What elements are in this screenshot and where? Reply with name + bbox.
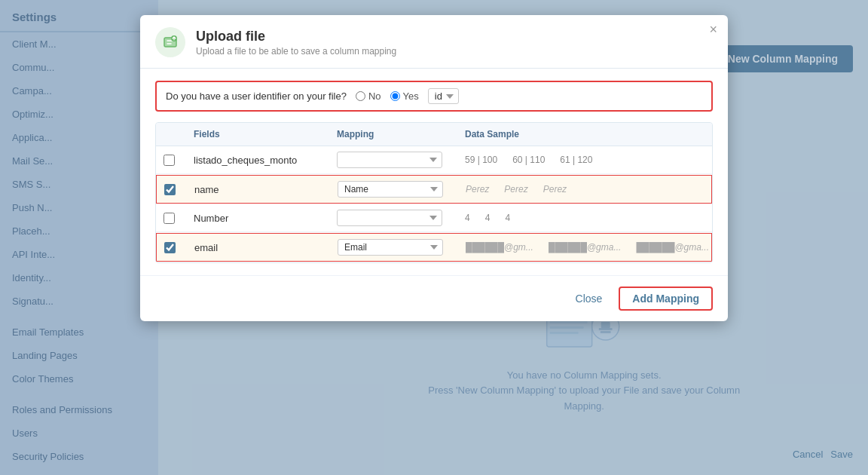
identifier-select[interactable]: id — [428, 88, 459, 104]
table-row: listado_cheques_monto 59 | 100 60 | 110 … — [156, 146, 712, 174]
upload-file-modal: Upload file Upload a file to be able to … — [140, 15, 728, 321]
row4-field: email — [194, 242, 330, 253]
row3-sample2: 4 — [485, 213, 491, 223]
row3-sample3: 4 — [505, 213, 510, 223]
radio-yes-option[interactable]: Yes — [390, 90, 419, 102]
row2-sample1: Perez — [466, 184, 489, 195]
row4-mapping-select[interactable]: Email — [338, 239, 443, 256]
row2-samples: Perez Perez Perez — [466, 184, 704, 195]
row2-checkbox[interactable] — [164, 184, 176, 195]
row2-sample3: Perez — [543, 184, 567, 195]
add-mapping-button[interactable]: Add Mapping — [619, 287, 713, 311]
row3-field: Number — [194, 213, 329, 224]
identifier-question-row: Do you have a user identifier on your fi… — [155, 81, 713, 112]
modal-header: Upload file Upload a file to be able to … — [140, 15, 728, 69]
row1-field: listado_cheques_monto — [194, 155, 329, 166]
table-header: Fields Mapping Data Sample — [156, 123, 712, 146]
row3-samples: 4 4 4 — [465, 213, 704, 223]
table-row: name Name Perez Perez Perez — [156, 175, 712, 204]
row1-samples: 59 | 100 60 | 110 61 | 120 — [465, 155, 704, 165]
modal-title: Upload file — [196, 29, 396, 44]
row2-field: name — [194, 184, 330, 195]
row1-sample2: 60 | 110 — [512, 155, 545, 165]
modal-close-button[interactable]: × — [709, 23, 717, 36]
row2-mapping-select[interactable]: Name — [338, 181, 443, 198]
identifier-question-label: Do you have a user identifier on your fi… — [166, 90, 347, 102]
row1-checkbox[interactable] — [164, 155, 175, 166]
modal-close-btn[interactable]: Close — [567, 287, 612, 311]
row3-checkbox[interactable] — [164, 213, 175, 224]
table-row: email Email ██████@gm... ██████@gma... █… — [156, 233, 712, 262]
row2-sample2: Perez — [504, 184, 527, 195]
modal-title-block: Upload file Upload a file to be able to … — [196, 29, 396, 57]
row3-mapping-select[interactable] — [337, 210, 442, 226]
row4-samples: ██████@gm... ██████@gma... ██████@gma... — [466, 242, 709, 253]
modal-overlay: Upload file Upload a file to be able to … — [0, 0, 868, 475]
modal-subtitle: Upload a file to be able to save a colum… — [196, 46, 396, 57]
row4-checkbox[interactable] — [164, 242, 176, 253]
row1-sample1: 59 | 100 — [465, 155, 497, 165]
row1-sample3: 61 | 120 — [560, 155, 592, 165]
radio-no-label: No — [368, 90, 381, 102]
header-data-sample: Data Sample — [465, 129, 704, 139]
row3-sample1: 4 — [465, 213, 470, 223]
row1-mapping-select[interactable] — [337, 152, 442, 168]
mapping-table: Fields Mapping Data Sample listado_chequ… — [155, 122, 713, 263]
radio-yes-label: Yes — [403, 90, 419, 102]
radio-no-option[interactable]: No — [356, 90, 381, 102]
radio-yes[interactable] — [390, 91, 400, 101]
row4-sample1: ██████@gm... — [466, 242, 533, 253]
row4-sample3: ██████@gma... — [636, 242, 709, 253]
upload-icon — [155, 27, 185, 57]
row4-sample2: ██████@gma... — [549, 242, 622, 253]
radio-no[interactable] — [356, 91, 365, 101]
header-checkbox-col — [164, 129, 186, 139]
table-row: Number 4 4 4 — [156, 204, 712, 232]
header-mapping: Mapping — [337, 129, 457, 139]
modal-body: Do you have a user identifier on your fi… — [140, 69, 728, 275]
header-fields: Fields — [194, 129, 329, 139]
modal-footer: Close Add Mapping — [140, 275, 728, 321]
